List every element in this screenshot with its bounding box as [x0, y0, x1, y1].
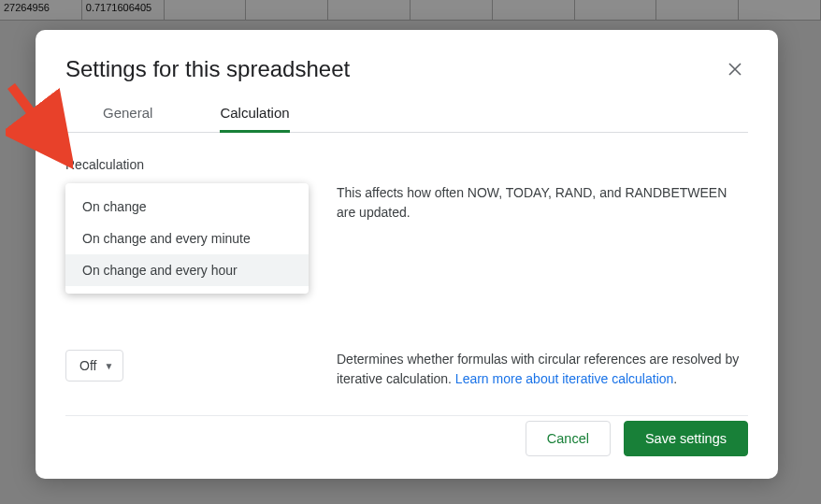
- chevron-down-icon: ▼: [104, 361, 113, 371]
- tabs: General Calculation: [65, 105, 748, 133]
- settings-dialog: Settings for this spreadsheet General Ca…: [36, 30, 778, 479]
- cancel-button[interactable]: Cancel: [526, 421, 611, 456]
- iterative-selected-value: Off: [79, 358, 96, 373]
- option-on-change-every-hour[interactable]: On change and every hour: [65, 254, 309, 286]
- iterative-calc-select[interactable]: Off ▼: [65, 350, 123, 382]
- recalculation-dropdown[interactable]: On change On change and every minute On …: [65, 183, 309, 294]
- tab-calculation[interactable]: Calculation: [220, 105, 289, 133]
- close-button[interactable]: [722, 56, 748, 82]
- option-on-change-every-minute[interactable]: On change and every minute: [65, 223, 309, 254]
- divider: [65, 415, 748, 416]
- iterative-help-text: Determines whether formulas with circula…: [337, 350, 748, 389]
- dialog-title: Settings for this spreadsheet: [65, 56, 350, 82]
- save-settings-button[interactable]: Save settings: [624, 421, 748, 456]
- close-icon: [728, 63, 742, 76]
- tab-general[interactable]: General: [103, 105, 152, 132]
- learn-more-link[interactable]: Learn more about iterative calculation: [455, 371, 673, 386]
- option-on-change[interactable]: On change: [65, 191, 309, 223]
- recalculation-label: Recalculation: [65, 157, 748, 172]
- recalculation-help-text: This affects how often NOW, TODAY, RAND,…: [337, 183, 748, 223]
